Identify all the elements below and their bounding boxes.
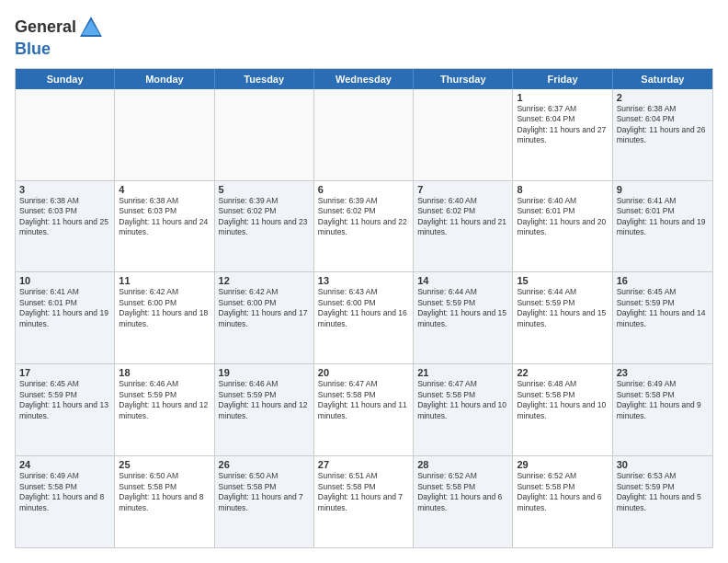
day-info: Sunrise: 6:51 AM Sunset: 5:58 PM Dayligh… bbox=[318, 471, 409, 513]
svg-marker-1 bbox=[82, 20, 100, 35]
page: General Blue SundayMondayTuesdayWednesda… bbox=[0, 0, 728, 563]
day-number: 25 bbox=[119, 459, 210, 470]
table-row: 29Sunrise: 6:52 AM Sunset: 5:58 PM Dayli… bbox=[513, 456, 612, 547]
day-info: Sunrise: 6:49 AM Sunset: 5:58 PM Dayligh… bbox=[617, 379, 709, 421]
logo-general: General bbox=[15, 17, 76, 36]
table-row: 30Sunrise: 6:53 AM Sunset: 5:59 PM Dayli… bbox=[613, 456, 712, 547]
table-row bbox=[115, 89, 214, 180]
table-row: 7Sunrise: 6:40 AM Sunset: 6:02 PM Daylig… bbox=[414, 181, 513, 272]
day-info: Sunrise: 6:48 AM Sunset: 5:58 PM Dayligh… bbox=[517, 379, 608, 421]
day-number: 5 bbox=[219, 184, 310, 195]
header-day-friday: Friday bbox=[513, 69, 612, 89]
table-row: 15Sunrise: 6:44 AM Sunset: 5:59 PM Dayli… bbox=[513, 272, 612, 363]
day-number: 1 bbox=[517, 92, 608, 103]
calendar-week-4: 17Sunrise: 6:45 AM Sunset: 5:59 PM Dayli… bbox=[16, 364, 712, 456]
table-row: 5Sunrise: 6:39 AM Sunset: 6:02 PM Daylig… bbox=[215, 181, 314, 272]
calendar: SundayMondayTuesdayWednesdayThursdayFrid… bbox=[15, 68, 713, 548]
table-row bbox=[414, 89, 513, 180]
day-number: 12 bbox=[219, 275, 310, 286]
day-info: Sunrise: 6:46 AM Sunset: 5:59 PM Dayligh… bbox=[219, 379, 310, 421]
day-info: Sunrise: 6:38 AM Sunset: 6:04 PM Dayligh… bbox=[617, 104, 709, 146]
logo-blue: Blue bbox=[15, 40, 51, 59]
calendar-body: 1Sunrise: 6:37 AM Sunset: 6:04 PM Daylig… bbox=[16, 89, 712, 547]
day-number: 11 bbox=[119, 275, 210, 286]
header-day-monday: Monday bbox=[115, 69, 214, 89]
header-day-sunday: Sunday bbox=[16, 69, 115, 89]
day-info: Sunrise: 6:52 AM Sunset: 5:58 PM Dayligh… bbox=[417, 471, 508, 513]
day-info: Sunrise: 6:38 AM Sunset: 6:03 PM Dayligh… bbox=[119, 196, 210, 238]
header-day-saturday: Saturday bbox=[613, 69, 712, 89]
table-row: 24Sunrise: 6:49 AM Sunset: 5:58 PM Dayli… bbox=[16, 456, 115, 547]
day-number: 18 bbox=[119, 367, 210, 378]
day-number: 24 bbox=[19, 459, 110, 470]
day-info: Sunrise: 6:39 AM Sunset: 6:02 PM Dayligh… bbox=[219, 196, 310, 238]
calendar-week-2: 3Sunrise: 6:38 AM Sunset: 6:03 PM Daylig… bbox=[16, 181, 712, 273]
table-row: 1Sunrise: 6:37 AM Sunset: 6:04 PM Daylig… bbox=[513, 89, 612, 180]
calendar-header: SundayMondayTuesdayWednesdayThursdayFrid… bbox=[16, 69, 712, 89]
header-day-tuesday: Tuesday bbox=[215, 69, 314, 89]
table-row: 23Sunrise: 6:49 AM Sunset: 5:58 PM Dayli… bbox=[613, 364, 712, 455]
day-number: 15 bbox=[517, 275, 608, 286]
day-number: 20 bbox=[318, 367, 409, 378]
header: General Blue bbox=[15, 15, 713, 59]
day-info: Sunrise: 6:47 AM Sunset: 5:58 PM Dayligh… bbox=[318, 379, 409, 421]
table-row: 8Sunrise: 6:40 AM Sunset: 6:01 PM Daylig… bbox=[513, 181, 612, 272]
day-number: 9 bbox=[617, 184, 709, 195]
day-info: Sunrise: 6:45 AM Sunset: 5:59 PM Dayligh… bbox=[617, 287, 709, 329]
table-row: 2Sunrise: 6:38 AM Sunset: 6:04 PM Daylig… bbox=[613, 89, 712, 180]
day-number: 27 bbox=[318, 459, 409, 470]
table-row: 14Sunrise: 6:44 AM Sunset: 5:59 PM Dayli… bbox=[414, 272, 513, 363]
day-info: Sunrise: 6:47 AM Sunset: 5:58 PM Dayligh… bbox=[417, 379, 508, 421]
day-info: Sunrise: 6:50 AM Sunset: 5:58 PM Dayligh… bbox=[219, 471, 310, 513]
table-row: 12Sunrise: 6:42 AM Sunset: 6:00 PM Dayli… bbox=[215, 272, 314, 363]
table-row: 13Sunrise: 6:43 AM Sunset: 6:00 PM Dayli… bbox=[314, 272, 414, 363]
day-info: Sunrise: 6:53 AM Sunset: 5:59 PM Dayligh… bbox=[617, 471, 709, 513]
day-info: Sunrise: 6:41 AM Sunset: 6:01 PM Dayligh… bbox=[19, 287, 110, 329]
table-row: 25Sunrise: 6:50 AM Sunset: 5:58 PM Dayli… bbox=[115, 456, 214, 547]
day-info: Sunrise: 6:49 AM Sunset: 5:58 PM Dayligh… bbox=[19, 471, 110, 513]
day-number: 29 bbox=[517, 459, 608, 470]
table-row: 3Sunrise: 6:38 AM Sunset: 6:03 PM Daylig… bbox=[16, 181, 115, 272]
day-number: 10 bbox=[19, 275, 110, 286]
day-info: Sunrise: 6:44 AM Sunset: 5:59 PM Dayligh… bbox=[517, 287, 608, 329]
table-row: 19Sunrise: 6:46 AM Sunset: 5:59 PM Dayli… bbox=[215, 364, 314, 455]
calendar-week-3: 10Sunrise: 6:41 AM Sunset: 6:01 PM Dayli… bbox=[16, 272, 712, 364]
day-info: Sunrise: 6:39 AM Sunset: 6:02 PM Dayligh… bbox=[318, 196, 409, 238]
day-number: 16 bbox=[617, 275, 709, 286]
logo-icon bbox=[78, 15, 104, 40]
table-row: 27Sunrise: 6:51 AM Sunset: 5:58 PM Dayli… bbox=[314, 456, 414, 547]
day-number: 6 bbox=[318, 184, 409, 195]
header-day-thursday: Thursday bbox=[414, 69, 513, 89]
day-info: Sunrise: 6:50 AM Sunset: 5:58 PM Dayligh… bbox=[119, 471, 210, 513]
day-number: 17 bbox=[19, 367, 110, 378]
calendar-week-5: 24Sunrise: 6:49 AM Sunset: 5:58 PM Dayli… bbox=[16, 456, 712, 547]
day-info: Sunrise: 6:42 AM Sunset: 6:00 PM Dayligh… bbox=[119, 287, 210, 329]
day-info: Sunrise: 6:41 AM Sunset: 6:01 PM Dayligh… bbox=[617, 196, 709, 238]
logo-text: General bbox=[15, 18, 76, 37]
day-number: 14 bbox=[417, 275, 508, 286]
logo: General Blue bbox=[15, 15, 104, 59]
day-info: Sunrise: 6:42 AM Sunset: 6:00 PM Dayligh… bbox=[219, 287, 310, 329]
day-number: 7 bbox=[417, 184, 508, 195]
table-row: 20Sunrise: 6:47 AM Sunset: 5:58 PM Dayli… bbox=[314, 364, 414, 455]
day-info: Sunrise: 6:40 AM Sunset: 6:02 PM Dayligh… bbox=[417, 196, 508, 238]
table-row: 4Sunrise: 6:38 AM Sunset: 6:03 PM Daylig… bbox=[115, 181, 214, 272]
day-number: 4 bbox=[119, 184, 210, 195]
table-row: 26Sunrise: 6:50 AM Sunset: 5:58 PM Dayli… bbox=[215, 456, 314, 547]
day-info: Sunrise: 6:45 AM Sunset: 5:59 PM Dayligh… bbox=[19, 379, 110, 421]
day-info: Sunrise: 6:38 AM Sunset: 6:03 PM Dayligh… bbox=[19, 196, 110, 238]
day-info: Sunrise: 6:43 AM Sunset: 6:00 PM Dayligh… bbox=[318, 287, 409, 329]
table-row: 28Sunrise: 6:52 AM Sunset: 5:58 PM Dayli… bbox=[414, 456, 513, 547]
day-info: Sunrise: 6:52 AM Sunset: 5:58 PM Dayligh… bbox=[517, 471, 608, 513]
day-number: 26 bbox=[219, 459, 310, 470]
day-info: Sunrise: 6:40 AM Sunset: 6:01 PM Dayligh… bbox=[517, 196, 608, 238]
day-number: 3 bbox=[19, 184, 110, 195]
day-number: 28 bbox=[417, 459, 508, 470]
table-row: 10Sunrise: 6:41 AM Sunset: 6:01 PM Dayli… bbox=[16, 272, 115, 363]
day-number: 2 bbox=[617, 92, 709, 103]
day-number: 13 bbox=[318, 275, 409, 286]
day-info: Sunrise: 6:37 AM Sunset: 6:04 PM Dayligh… bbox=[517, 104, 608, 146]
table-row: 21Sunrise: 6:47 AM Sunset: 5:58 PM Dayli… bbox=[414, 364, 513, 455]
table-row bbox=[215, 89, 314, 180]
table-row: 16Sunrise: 6:45 AM Sunset: 5:59 PM Dayli… bbox=[613, 272, 712, 363]
